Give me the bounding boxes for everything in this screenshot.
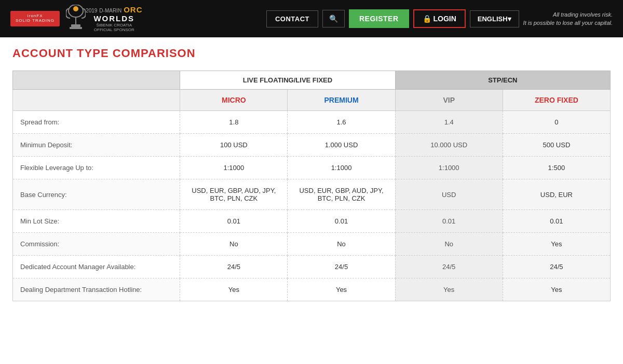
- zero-value: Yes: [503, 278, 610, 301]
- vip-value: No: [395, 233, 503, 256]
- sponsor-orc: ORC: [124, 5, 142, 14]
- table-row: Commission:NoNoNoYes: [13, 233, 611, 256]
- group-stp-ecn: STP/ECN: [395, 71, 610, 90]
- zero-value: 24/5: [503, 256, 610, 278]
- row-label: Min Lot Size:: [13, 210, 180, 233]
- sponsor-section: 2019 D-MARIN ORC WORLDS ŠIBENIK CROATIA …: [66, 5, 142, 33]
- premium-value: 1.6: [288, 111, 395, 134]
- sponsor-badge: 2019 D-MARIN ORC WORLDS ŠIBENIK CROATIA …: [86, 5, 142, 32]
- header: IronFX SOLID TRADING 2019 D-MARIN ORC: [0, 0, 623, 37]
- sponsor-series: D-MARIN: [99, 8, 121, 13]
- micro-value: 1:1000: [180, 157, 288, 179]
- login-label: LOGIN: [433, 15, 456, 23]
- row-label: Flexible Leverage Up to:: [13, 157, 180, 179]
- row-label: Dedicated Account Manager Available:: [13, 256, 180, 278]
- svg-rect-2: [71, 24, 80, 27]
- lock-icon: 🔒: [423, 15, 431, 23]
- header-left: IronFX SOLID TRADING 2019 D-MARIN ORC: [10, 5, 142, 33]
- column-header-row: MICRO PREMIUM VIP ZERO FIXED: [13, 90, 611, 111]
- vip-value: 1:1000: [395, 157, 503, 179]
- table-row: Flexible Leverage Up to:1:10001:10001:10…: [13, 157, 611, 179]
- premium-value: 0.01: [288, 210, 395, 233]
- zero-value: 0: [503, 111, 610, 134]
- zero-value: 500 USD: [503, 134, 610, 157]
- premium-value: 24/5: [288, 256, 395, 278]
- table-row: Spread from:1.81.61.40: [13, 111, 611, 134]
- micro-value: USD, EUR, GBP, AUD, JPY, BTC, PLN, CZK: [180, 179, 288, 210]
- col-header-micro: MICRO: [180, 90, 288, 111]
- contact-button[interactable]: CONTACT: [266, 10, 318, 27]
- table-row: Dealing Department Transaction Hotline:Y…: [13, 278, 611, 301]
- zero-value: Yes: [503, 233, 610, 256]
- zero-value: 0.01: [503, 210, 610, 233]
- micro-value: 0.01: [180, 210, 288, 233]
- login-button[interactable]: 🔒 LOGIN: [413, 9, 466, 28]
- sponsor-worlds: WORLDS: [93, 14, 134, 23]
- risk-line2: It is possible to lose all your capital.: [523, 19, 613, 27]
- vip-value: 1.4: [395, 111, 503, 134]
- row-label: Commission:: [13, 233, 180, 256]
- svg-rect-3: [70, 27, 82, 29]
- premium-value: 1.000 USD: [288, 134, 395, 157]
- micro-value: 24/5: [180, 256, 288, 278]
- vip-value: 10.000 USD: [395, 134, 503, 157]
- group-live-floating: LIVE FLOATING/LIVE FIXED: [180, 71, 395, 90]
- micro-value: Yes: [180, 278, 288, 301]
- comparison-table: LIVE FLOATING/LIVE FIXED STP/ECN MICRO P…: [12, 71, 611, 301]
- table-row: Dedicated Account Manager Available:24/5…: [13, 256, 611, 278]
- page-title: ACCOUNT TYPE COMPARISON: [12, 47, 611, 60]
- svg-point-4: [73, 6, 78, 11]
- premium-value: USD, EUR, GBP, AUD, JPY, BTC, PLN, CZK: [288, 179, 395, 210]
- micro-value: 1.8: [180, 111, 288, 134]
- col-header-premium: PREMIUM: [288, 90, 395, 111]
- row-label: Minimun Deposit:: [13, 134, 180, 157]
- logo-tagline: SOLID TRADING: [16, 19, 55, 23]
- sponsor-location: ŠIBENIK CROATIA: [96, 23, 132, 27]
- register-button[interactable]: REGISTER: [349, 9, 409, 28]
- col-header-vip: VIP: [395, 90, 503, 111]
- vip-value: USD: [395, 179, 503, 210]
- premium-value: Yes: [288, 278, 395, 301]
- ironfx-logo: IronFX SOLID TRADING: [10, 11, 60, 26]
- page-content: ACCOUNT TYPE COMPARISON LIVE FLOATING/LI…: [0, 37, 623, 311]
- group-header-row: LIVE FLOATING/LIVE FIXED STP/ECN: [13, 71, 611, 90]
- header-right: CONTACT 🔍 REGISTER 🔒 LOGIN ENGLISH▾ All …: [266, 9, 613, 28]
- premium-value: No: [288, 233, 395, 256]
- table-body: Spread from:1.81.61.40Minimun Deposit:10…: [13, 111, 611, 301]
- table-row: Minimun Deposit:100 USD1.000 USD10.000 U…: [13, 134, 611, 157]
- row-label: Dealing Department Transaction Hotline:: [13, 278, 180, 301]
- vip-value: 24/5: [395, 256, 503, 278]
- vip-value: Yes: [395, 278, 503, 301]
- risk-disclaimer: All trading involves risk. It is possibl…: [523, 10, 613, 27]
- table-row: Min Lot Size:0.010.010.010.01: [13, 210, 611, 233]
- group-label-empty: [13, 71, 180, 90]
- zero-value: USD, EUR: [503, 179, 610, 210]
- vip-value: 0.01: [395, 210, 503, 233]
- col-header-zero: ZERO FIXED: [503, 90, 610, 111]
- premium-value: 1:1000: [288, 157, 395, 179]
- sponsor-role: OFFICIAL SPONSOR: [94, 27, 134, 32]
- language-button[interactable]: ENGLISH▾: [470, 10, 519, 27]
- micro-value: 100 USD: [180, 134, 288, 157]
- search-button[interactable]: 🔍: [322, 10, 345, 27]
- zero-value: 1:500: [503, 157, 610, 179]
- trophy-icon: [66, 5, 86, 33]
- sponsor-year: 2019: [86, 8, 97, 13]
- search-icon: 🔍: [329, 15, 338, 23]
- col-header-empty: [13, 90, 180, 111]
- row-label: Spread from:: [13, 111, 180, 134]
- risk-line1: All trading involves risk.: [523, 10, 613, 19]
- table-row: Base Currency:USD, EUR, GBP, AUD, JPY, B…: [13, 179, 611, 210]
- row-label: Base Currency:: [13, 179, 180, 210]
- micro-value: No: [180, 233, 288, 256]
